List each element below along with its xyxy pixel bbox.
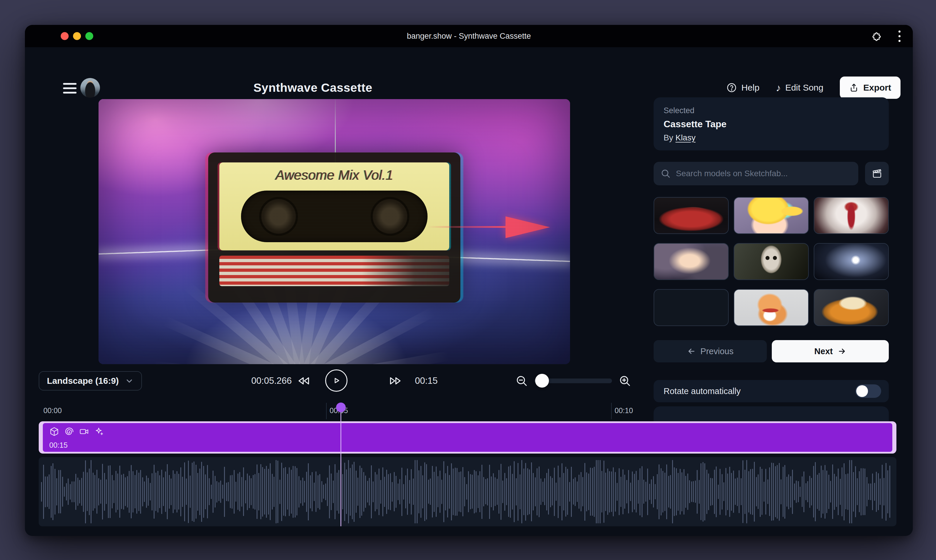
app-window: banger.show - Synthwave Cassette Synthwa… (25, 25, 913, 536)
clip-duration-label: 00:15 (49, 441, 886, 449)
vignette-overlay (99, 99, 570, 364)
total-duration: 00:15 (415, 371, 438, 391)
timeline-clip[interactable]: 00:15 (39, 421, 896, 454)
audio-waveform[interactable] (39, 457, 896, 526)
current-time: 00:05.266 (227, 371, 292, 391)
clapperboard-icon (872, 168, 882, 179)
export-label: Export (863, 83, 891, 93)
model-thumbnail-red-cloaked-figure[interactable] (814, 197, 889, 234)
search-input[interactable] (676, 169, 851, 178)
previous-label: Previous (700, 346, 734, 356)
export-button[interactable]: Export (840, 77, 901, 99)
help-label: Help (741, 83, 759, 93)
search-icon (660, 169, 671, 178)
help-icon (726, 82, 737, 93)
music-note-icon: ♪ (776, 83, 781, 93)
edit-song-button[interactable]: ♪ Edit Song (776, 83, 824, 93)
previous-page-button[interactable]: Previous (654, 340, 767, 362)
video-preview-canvas[interactable]: Awesome Mix Vol.1 (99, 99, 570, 364)
next-label: Next (814, 346, 833, 356)
author-link[interactable]: Klasy (675, 133, 695, 142)
selected-model-author: By Klasy (664, 133, 879, 143)
toggle-knob (856, 385, 868, 397)
ruler-tick-mark (326, 403, 327, 419)
export-share-icon (849, 83, 859, 92)
clapperboard-button[interactable] (865, 162, 889, 185)
rotate-setting-row: Rotate automatically (654, 380, 889, 402)
model-thumbnail-skull[interactable] (734, 243, 809, 280)
menu-hamburger-icon[interactable] (63, 83, 77, 94)
zoom-in-button[interactable] (616, 371, 634, 391)
selected-model-panel: Selected Cassette Tape By Klasy (654, 97, 889, 151)
rotate-automatically-toggle[interactable] (855, 385, 881, 398)
user-avatar[interactable] (80, 78, 100, 98)
selected-label: Selected (664, 106, 879, 115)
video-camera-icon (79, 426, 89, 437)
aspect-ratio-value: Landscape (16:9) (47, 376, 119, 386)
spiral-icon (64, 426, 74, 437)
edit-song-label: Edit Song (785, 83, 824, 93)
window-titlebar[interactable]: banger.show - Synthwave Cassette (25, 25, 913, 47)
desktop: { "window": { "title": "banger.show - Sy… (0, 0, 936, 560)
model-thumbnail-red-sports-car[interactable] (654, 197, 729, 234)
rewind-button[interactable] (294, 371, 313, 391)
playhead-line (340, 407, 341, 526)
next-page-button[interactable]: Next (772, 340, 889, 362)
arrow-left-icon (687, 347, 696, 355)
model-grid (654, 197, 889, 326)
by-label: By (664, 133, 673, 142)
arrow-right-icon (837, 347, 846, 355)
browser-menu-icon[interactable] (899, 31, 901, 42)
model-thumbnail-abandoned-city[interactable] (654, 289, 729, 326)
window-title: banger.show - Synthwave Cassette (25, 25, 913, 47)
timeline-clip-body: 00:15 (43, 423, 892, 452)
zoom-out-button[interactable] (513, 371, 530, 391)
ruler-tick-mark (611, 403, 612, 419)
ruler-tick-label: 00:10 (614, 406, 633, 415)
timeline-zoom-slider-knob[interactable] (535, 374, 549, 388)
chevron-down-icon (125, 377, 134, 385)
model-thumbnail-storm-clouds[interactable] (654, 243, 729, 280)
sparkles-icon (94, 426, 104, 437)
ruler-tick-label: 00:00 (43, 406, 62, 415)
playhead-handle[interactable] (336, 403, 346, 412)
model-thumbnail-spiral-galaxy[interactable] (814, 243, 889, 280)
selected-model-name: Cassette Tape (664, 119, 879, 129)
play-button[interactable] (325, 369, 348, 392)
model-thumbnail-anime-girl[interactable] (734, 197, 809, 234)
timeline-ruler[interactable]: 00:00 00:05 00:10 (39, 403, 896, 419)
model-thumbnail-orange-toy-car[interactable] (814, 289, 889, 326)
rotate-automatically-label: Rotate automatically (664, 386, 741, 396)
project-title: Synthwave Cassette (253, 81, 373, 95)
aspect-ratio-dropdown[interactable]: Landscape (16:9) (39, 371, 142, 391)
extensions-puzzle-icon[interactable] (870, 31, 881, 42)
play-icon (331, 375, 342, 386)
fast-forward-button[interactable] (386, 371, 405, 391)
model-thumbnail-shiba-dog[interactable] (734, 289, 809, 326)
cube-3d-icon (49, 426, 59, 437)
help-button[interactable]: Help (726, 82, 759, 93)
model-search-box[interactable] (654, 162, 858, 185)
